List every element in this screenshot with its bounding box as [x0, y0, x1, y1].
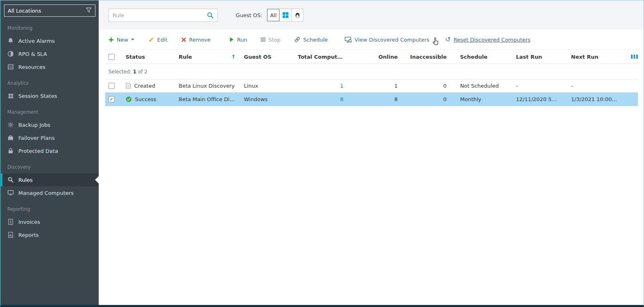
location-filter-label: All Locations [8, 8, 41, 14]
sidebar-item-label: Protected Data [18, 148, 58, 154]
rule-search-input[interactable] [113, 12, 207, 18]
sidebar-item-active-alarms[interactable]: Active Alarms [1, 34, 99, 47]
reports-chart-icon [7, 232, 14, 238]
column-header-status[interactable]: Status [122, 54, 175, 60]
inaccessible-count: 0 [398, 83, 447, 89]
filter-bar: Guest OS: All [99, 0, 644, 30]
total-computers-cell: 8 [298, 96, 343, 102]
sidebar-item-label: Active Alarms [18, 38, 55, 44]
table-row-beta-linux-discovery[interactable]: Created Beta Linux Discovery Linux 1 1 0… [105, 79, 638, 93]
rule-search-box[interactable] [108, 9, 218, 22]
rules-magnifier-icon [7, 177, 14, 183]
failover-plans-briefcase-icon [7, 135, 14, 141]
rule-name: Beta Main Office Di... [175, 96, 241, 102]
sidebar-item-label: RPO & SLA [18, 51, 47, 57]
column-header-guest-os[interactable]: Guest OS [241, 54, 298, 60]
column-header-schedule[interactable]: Schedule [447, 54, 502, 60]
online-count: 8 [343, 96, 398, 102]
column-chooser-icon[interactable] [631, 54, 638, 59]
column-header-rule-label: Rule [179, 54, 192, 60]
total-computers-link[interactable]: 8 [340, 96, 343, 102]
remove-button[interactable]: Remove [181, 37, 211, 43]
location-filter-dropdown[interactable]: All Locations [4, 4, 95, 17]
total-computers-link[interactable]: 1 [340, 83, 343, 89]
sidebar-item-managed-computers[interactable]: Managed Computers [1, 186, 99, 199]
success-status-icon [126, 96, 132, 102]
next-run-value: 1/3/2021 10:00... [558, 96, 638, 102]
view-computers-monitor-icon [345, 36, 352, 43]
guest-os-all-label: All [270, 12, 277, 18]
rule-name: Beta Linux Discovery [175, 83, 241, 89]
column-header-inaccessible[interactable]: Inaccessible [398, 54, 447, 60]
stop-square-icon [261, 37, 266, 42]
sidebar-item-label: Backup Jobs [18, 122, 51, 128]
guest-os-all-button[interactable]: All [267, 9, 279, 21]
row-checkbox[interactable] [108, 83, 115, 89]
search-icon[interactable] [207, 12, 214, 19]
sidebar-item-failover-plans[interactable]: Failover Plans [1, 131, 99, 144]
sort-ascending-icon: ↑ [231, 54, 236, 60]
backup-jobs-gear-icon [7, 121, 14, 128]
sidebar-item-label: Managed Computers [18, 190, 73, 196]
row-checkbox-checked[interactable]: ✓ [108, 96, 115, 102]
status-text: Created [134, 83, 155, 89]
column-header-total-computers[interactable]: Total Computers [298, 54, 343, 60]
last-run-value: 12/11/2020 5:4... [502, 96, 558, 102]
run-button[interactable]: Run [229, 37, 247, 43]
sidebar-section-monitoring: Monitoring [1, 18, 99, 34]
protected-data-lock-icon [7, 148, 14, 154]
session-states-grid-icon [7, 93, 14, 99]
sidebar-section-discovery: Discovery [1, 157, 99, 173]
sidebar-item-backup-jobs[interactable]: Backup Jobs [1, 118, 99, 131]
plus-icon [108, 37, 114, 42]
sidebar-item-reports[interactable]: Reports [1, 228, 99, 241]
sidebar-item-label: Failover Plans [18, 135, 55, 141]
svg-text:$: $ [9, 220, 11, 224]
rules-grid: Status Rule ↑ Guest OS Total Computers O… [99, 49, 644, 305]
guest-os-value: Linux [241, 83, 298, 89]
reset-undo-arrow-icon: ↺ [445, 36, 451, 43]
guest-os-windows-button[interactable] [279, 9, 291, 21]
schedule-value: Not Scheduled [447, 83, 502, 89]
chevron-down-icon [131, 38, 135, 41]
edit-button[interactable]: Edit [148, 37, 167, 43]
sidebar-item-invoices[interactable]: $ Invoices [1, 215, 99, 228]
sidebar-item-protected-data[interactable]: Protected Data [1, 144, 99, 157]
guest-os-linux-button[interactable] [291, 9, 303, 21]
guest-os-filter-label: Guest OS: [236, 12, 262, 18]
schedule-link-icon [294, 36, 301, 43]
column-header-next-run[interactable]: Next Run [558, 54, 627, 60]
table-row-beta-main-office[interactable]: ✓ Success Beta Main Office Di... Windows… [105, 93, 638, 106]
column-header-rule[interactable]: Rule ↑ [175, 54, 241, 60]
sidebar-item-label: Resources [18, 64, 45, 70]
rpo-sla-gauge-icon [7, 51, 14, 57]
next-run-value: - [558, 83, 638, 89]
stop-button[interactable]: Stop [261, 37, 281, 43]
windows-logo-icon [283, 12, 288, 18]
managed-computers-monitor-icon [7, 190, 14, 196]
sidebar-item-session-states[interactable]: Session States [1, 89, 99, 102]
new-button[interactable]: New [108, 37, 135, 43]
status-cell: Success [122, 96, 175, 102]
status-text: Success [135, 96, 156, 102]
sidebar-item-label: Session States [18, 93, 57, 99]
main-content: Guest OS: All [99, 0, 644, 305]
column-header-online[interactable]: Online [343, 54, 398, 60]
sidebar-item-label: Invoices [18, 219, 40, 225]
sidebar-item-label: Rules [18, 177, 33, 183]
created-document-status-icon [126, 83, 131, 89]
schedule-button[interactable]: Schedule [294, 36, 328, 43]
reset-discovered-computers-button[interactable]: ↺ Reset Discovered Computers [445, 36, 531, 43]
guest-os-segmented-control: All [267, 9, 303, 22]
sidebar-item-rpo-sla[interactable]: RPO & SLA [1, 47, 99, 60]
app-window: All Locations Monitoring Active Alarms R… [0, 0, 644, 307]
view-discovered-computers-button[interactable]: View Discovered Computers [345, 36, 429, 43]
toolbar: New Edit Remove Ru [99, 30, 644, 49]
sidebar-item-rules[interactable]: Rules [1, 173, 99, 186]
column-header-last-run[interactable]: Last Run [502, 54, 558, 60]
online-count: 1 [343, 83, 398, 89]
sidebar-item-resources[interactable]: Resources [1, 60, 99, 73]
sidebar-item-label: Reports [18, 232, 39, 238]
filter-funnel-icon [86, 7, 92, 14]
select-all-checkbox[interactable] [108, 54, 115, 60]
